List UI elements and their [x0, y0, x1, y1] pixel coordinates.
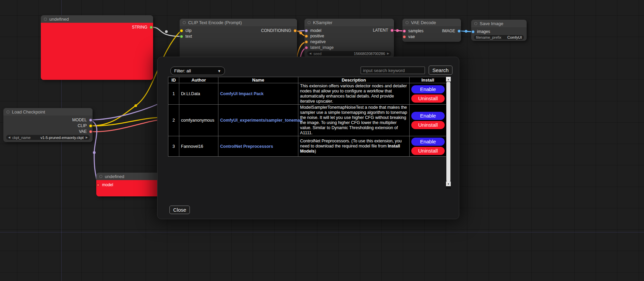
close-button[interactable]: Close	[169, 206, 190, 214]
uninstall-button[interactable]: Uninstall	[411, 147, 445, 155]
node-ksampler[interactable]: KSampler model positive negative latent_…	[304, 19, 394, 58]
slot-dot[interactable]	[305, 35, 308, 38]
collapse-dot-icon[interactable]	[474, 22, 477, 25]
graph-canvas[interactable]: undefined STRING CLIP Text Encode (Promp…	[0, 0, 644, 281]
slot-dot[interactable]	[391, 29, 394, 32]
input-slot-images[interactable]: images	[472, 29, 490, 34]
input-slot-latent-image[interactable]: latent_image	[305, 45, 334, 50]
node-title: undefined	[105, 174, 124, 179]
enable-button[interactable]: Enable	[411, 112, 445, 120]
enable-button[interactable]: Enable	[411, 85, 445, 93]
slot-dot[interactable]	[180, 29, 183, 32]
node-title-bar[interactable]: undefined	[96, 173, 164, 180]
slot-dot[interactable]	[472, 30, 475, 33]
slot-dot[interactable]	[403, 35, 406, 38]
slot-dot[interactable]	[89, 130, 92, 133]
slot-label: model	[310, 28, 321, 33]
slot-dot[interactable]	[294, 29, 297, 32]
node-title-bar[interactable]: Load Checkpoint	[3, 108, 93, 116]
slot-dot[interactable]	[97, 183, 100, 187]
previous-arrow-icon[interactable]: ◀	[8, 136, 10, 139]
input-slot-samples[interactable]: samples	[403, 29, 424, 33]
collapse-dot-icon[interactable]	[99, 175, 102, 178]
filter-dropdown[interactable]: Filter: all ▼	[170, 67, 225, 75]
node-load-checkpoint[interactable]: Load Checkpoint MODEL CLIP VAE ◀ ckpt_na…	[3, 108, 93, 142]
output-slot-latent[interactable]: LATENT	[373, 28, 394, 33]
slot-dot[interactable]	[89, 124, 92, 127]
node-title-bar[interactable]: CLIP Text Encode (Prompt)	[180, 19, 297, 26]
slot-dot[interactable]	[403, 30, 406, 33]
node-title-bar[interactable]: undefined	[41, 15, 153, 23]
decrement-arrow-icon[interactable]: ◀	[309, 52, 311, 55]
slot-label: vae	[408, 34, 415, 39]
slot-dot[interactable]	[305, 46, 308, 49]
enable-button[interactable]: Enable	[411, 138, 445, 146]
cell-author: Fannovel16	[179, 136, 218, 157]
wire-dot	[165, 30, 168, 33]
node-title-bar[interactable]: Save Image	[471, 20, 527, 27]
slot-dot[interactable]	[150, 26, 153, 29]
node-title-bar[interactable]: KSampler	[304, 19, 394, 26]
node-save-image[interactable]: Save Image images filename_prefix ComfyU…	[471, 20, 527, 41]
wire-dot	[396, 29, 399, 32]
filename-prefix-widget[interactable]: filename_prefix ComfyUI	[474, 35, 524, 40]
slot-dot[interactable]	[305, 40, 308, 43]
cell-description: ModelSamplerTonemapNoiseTest a node that…	[298, 105, 410, 136]
cell-install: Enable Uninstall	[410, 105, 446, 136]
collapse-dot-icon[interactable]	[6, 110, 10, 113]
input-slot-positive[interactable]: positive	[305, 34, 324, 38]
column-header: Install	[410, 77, 446, 83]
slot-label: CONDITIONING	[261, 28, 291, 33]
seed-widget[interactable]: ◀ seed 156680208700286 ▶	[307, 51, 391, 56]
slot-label: negative	[310, 39, 326, 44]
node-undefined-model[interactable]: undefined model	[96, 173, 164, 196]
extension-name-link[interactable]: ControlNet Preprocessors	[220, 144, 273, 149]
input-slot-vae[interactable]: vae	[403, 34, 415, 39]
slot-dot[interactable]	[305, 29, 308, 32]
extension-name-link[interactable]: ComfyUI_experiments/sampler_tonemap	[220, 118, 302, 123]
slot-label: IMAGE	[442, 29, 455, 33]
uninstall-button[interactable]: Uninstall	[411, 94, 445, 103]
output-slot-image[interactable]: IMAGE	[442, 29, 461, 33]
slot-label: VAE	[79, 129, 87, 134]
node-undefined-string[interactable]: undefined STRING	[41, 15, 153, 80]
collapse-dot-icon[interactable]	[308, 21, 311, 24]
input-slot-model[interactable]: model	[305, 28, 321, 33]
output-slot-conditioning[interactable]: CONDITIONING	[261, 28, 297, 33]
output-slot-clip[interactable]: CLIP	[78, 123, 92, 128]
scroll-up-icon[interactable]: ▲	[446, 77, 451, 82]
scrollbar-thumb[interactable]	[446, 82, 450, 181]
extension-name-link[interactable]: ComfyUI Impact Pack	[220, 91, 264, 96]
input-slot-negative[interactable]: negative	[305, 39, 326, 44]
next-arrow-icon[interactable]: ▶	[86, 136, 88, 139]
column-header: Name	[218, 77, 298, 83]
scroll-down-icon[interactable]: ▼	[446, 181, 451, 186]
input-slot-clip[interactable]: clip	[180, 28, 192, 33]
slot-dot[interactable]	[180, 35, 183, 38]
extensions-table: IDAuthorNameDescriptionInstall 1 Dr.Lt.D…	[168, 77, 446, 157]
ckpt-name-widget[interactable]: ◀ ckpt_name v1-5-pruned-emaonly.ckpt ▶	[6, 135, 90, 140]
table-scrollbar[interactable]: ▲ ▼	[446, 77, 451, 189]
output-slot-model[interactable]: MODEL	[72, 118, 92, 122]
collapse-dot-icon[interactable]	[183, 21, 186, 24]
increment-arrow-icon[interactable]: ▶	[387, 52, 389, 55]
node-title: VAE Decode	[411, 20, 436, 25]
wire-dot	[299, 32, 302, 34]
search-input[interactable]	[361, 67, 425, 74]
input-slot-model[interactable]: model	[97, 182, 113, 187]
filter-selected-value: Filter: all	[174, 68, 191, 73]
input-slot-text[interactable]: text	[180, 34, 192, 39]
uninstall-button[interactable]: Uninstall	[411, 121, 445, 129]
dropdown-caret-icon: ▼	[217, 69, 221, 73]
slot-label: clip	[185, 28, 192, 33]
output-slot-string[interactable]: STRING	[132, 25, 153, 30]
slot-dot[interactable]	[89, 119, 92, 122]
collapse-dot-icon[interactable]	[406, 21, 409, 24]
slot-dot[interactable]	[458, 30, 461, 33]
output-slot-vae[interactable]: VAE	[79, 129, 92, 134]
search-button[interactable]: Search	[429, 66, 452, 75]
column-header: Description	[298, 77, 410, 83]
node-title-bar[interactable]: VAE Decode	[402, 19, 461, 26]
collapse-dot-icon[interactable]	[44, 18, 47, 21]
node-vae-decode[interactable]: VAE Decode samples vae IMAGE	[402, 19, 461, 42]
